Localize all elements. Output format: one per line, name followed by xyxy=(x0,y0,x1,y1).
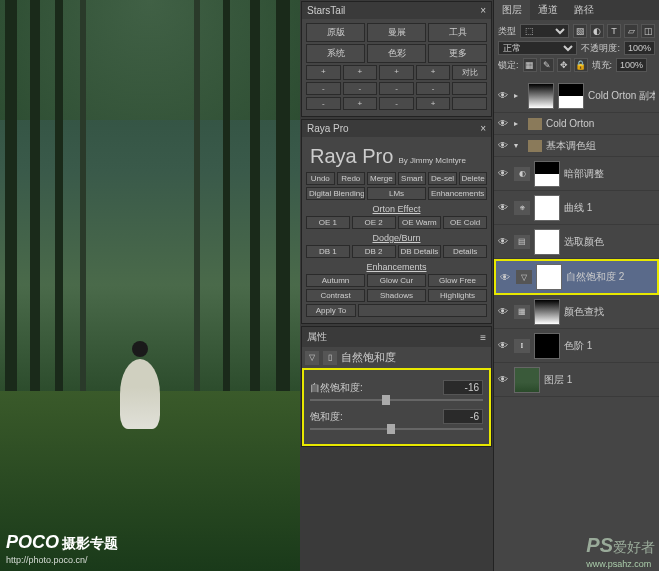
saturation-value[interactable]: -6 xyxy=(443,409,483,424)
st-btn[interactable]: 曼展 xyxy=(367,23,426,42)
smart-button[interactable]: Smart xyxy=(398,172,427,185)
layer-thumb[interactable] xyxy=(528,83,554,109)
visibility-icon[interactable]: 👁 xyxy=(498,340,510,351)
lock-transparent-icon[interactable]: ▦ xyxy=(523,58,537,72)
db1-button[interactable]: DB 1 xyxy=(306,245,350,258)
mask-icon: ▯ xyxy=(323,351,337,365)
colorlookup-icon: ▦ xyxy=(514,305,530,319)
visibility-icon[interactable]: 👁 xyxy=(500,272,512,283)
close-icon[interactable]: × xyxy=(480,5,486,16)
contrast-button[interactable]: Contrast xyxy=(306,289,365,302)
fill-value[interactable]: 100% xyxy=(616,58,647,72)
filter-adj-icon[interactable]: ◐ xyxy=(590,24,604,38)
panel-menu-icon[interactable]: ≡ xyxy=(480,332,486,343)
oecold-button[interactable]: OE Cold xyxy=(443,216,487,229)
visibility-icon[interactable]: 👁 xyxy=(498,202,510,213)
st-btn[interactable]: 工具 xyxy=(428,23,487,42)
watermark-poco: POCO 摄影专题 http://photo.poco.cn/ xyxy=(6,532,118,565)
highlights-button[interactable]: Highlights xyxy=(428,289,487,302)
starstail-title: StarsTail xyxy=(307,5,345,16)
st-btn[interactable]: 更多 xyxy=(428,44,487,63)
filter-kind-select[interactable]: ⬚ xyxy=(520,24,569,38)
layer-group[interactable]: 👁 ▸ Cold Orton xyxy=(494,113,659,135)
digital-blending-button[interactable]: Digital Blending xyxy=(306,187,365,200)
layer-row[interactable]: 👁 ◐ 暗部调整 xyxy=(494,157,659,191)
st-btn[interactable]: 原版 xyxy=(306,23,365,42)
visibility-icon[interactable]: 👁 xyxy=(498,374,510,385)
oe1-button[interactable]: OE 1 xyxy=(306,216,350,229)
lock-pixels-icon[interactable]: ✎ xyxy=(540,58,554,72)
visibility-icon[interactable]: 👁 xyxy=(498,306,510,317)
tab-layers[interactable]: 图层 xyxy=(494,0,530,20)
layer-row[interactable]: 👁 ⎈ 曲线 1 xyxy=(494,191,659,225)
opacity-value[interactable]: 100% xyxy=(624,41,655,55)
folder-icon xyxy=(528,140,542,152)
close-icon[interactable]: × xyxy=(480,123,486,134)
mask-thumb[interactable] xyxy=(534,229,560,255)
saturation-slider[interactable] xyxy=(310,428,483,430)
layer-thumb[interactable] xyxy=(514,367,540,393)
layer-row[interactable]: 👁 ▤ 选取颜色 xyxy=(494,225,659,259)
filter-pixel-icon[interactable]: ▧ xyxy=(573,24,587,38)
autumn-button[interactable]: Autumn xyxy=(306,274,365,287)
properties-panel: 属性 ≡ ▽ ▯ 自然饱和度 自然饱和度: -16 饱和度: -6 xyxy=(301,326,492,447)
db2-button[interactable]: DB 2 xyxy=(352,245,396,258)
st-btn[interactable]: 色彩 xyxy=(367,44,426,63)
canvas-image: POCO 摄影专题 http://photo.poco.cn/ xyxy=(0,0,300,571)
st-btn[interactable]: 系统 xyxy=(306,44,365,63)
vibrance-label: 自然饱和度: xyxy=(310,381,363,395)
folder-icon xyxy=(528,118,542,130)
vibrance-icon: ▽ xyxy=(516,270,532,284)
glowcur-button[interactable]: Glow Cur xyxy=(367,274,426,287)
redo-button[interactable]: Redo xyxy=(337,172,366,185)
layer-row[interactable]: 👁 ▸ Cold Orton 副本 xyxy=(494,79,659,113)
layer-group[interactable]: 👁 ▾ 基本调色组 xyxy=(494,135,659,157)
selcolor-icon: ▤ xyxy=(514,235,530,249)
oe2-button[interactable]: OE 2 xyxy=(352,216,396,229)
vibrance-slider[interactable] xyxy=(310,399,483,401)
glowfree-button[interactable]: Glow Free xyxy=(428,274,487,287)
applyto-button[interactable]: Apply To xyxy=(306,304,356,317)
merge-button[interactable]: Merge xyxy=(367,172,396,185)
undo-button[interactable]: Undo xyxy=(306,172,335,185)
visibility-icon[interactable]: 👁 xyxy=(498,140,510,151)
dbdetails-button[interactable]: DB Details xyxy=(398,245,442,258)
delete-button[interactable]: Delete xyxy=(459,172,488,185)
layers-panel: 图层 通道 路径 类型 ⬚ ▧ ◐ T ▱ ◫ 正常 不透明度: 100% xyxy=(493,0,659,571)
layer-row[interactable]: 👁 ⫿ 色阶 1 xyxy=(494,329,659,363)
lock-position-icon[interactable]: ✥ xyxy=(557,58,571,72)
layer-row[interactable]: 👁 ▦ 颜色查找 xyxy=(494,295,659,329)
mask-thumb[interactable] xyxy=(534,195,560,221)
lock-all-icon[interactable]: 🔒 xyxy=(574,58,588,72)
desel-button[interactable]: De-sel xyxy=(428,172,457,185)
lms-button[interactable]: LMs xyxy=(367,187,426,200)
oewarm-button[interactable]: OE Warm xyxy=(398,216,442,229)
details-button[interactable]: Details xyxy=(443,245,487,258)
blend-mode-select[interactable]: 正常 xyxy=(498,41,577,55)
tab-paths[interactable]: 路径 xyxy=(566,0,602,20)
properties-tab[interactable]: 属性 xyxy=(307,330,327,344)
tab-channels[interactable]: 通道 xyxy=(530,0,566,20)
rayapro-tab: Raya Pro xyxy=(307,123,349,134)
enh-label: Enhancements xyxy=(306,260,487,274)
layer-row[interactable]: 👁 图层 1 xyxy=(494,363,659,397)
visibility-icon[interactable]: 👁 xyxy=(498,90,510,101)
adj-icon: ◐ xyxy=(514,167,530,181)
mask-thumb[interactable] xyxy=(536,264,562,290)
vibrance-icon: ▽ xyxy=(305,351,319,365)
mask-thumb[interactable] xyxy=(534,161,560,187)
visibility-icon[interactable]: 👁 xyxy=(498,118,510,129)
vibrance-value[interactable]: -16 xyxy=(443,380,483,395)
visibility-icon[interactable]: 👁 xyxy=(498,236,510,247)
shadows-button[interactable]: Shadows xyxy=(367,289,426,302)
layer-row-selected[interactable]: 👁 ▽ 自然饱和度 2 xyxy=(494,259,659,295)
levels-icon: ⫿ xyxy=(514,339,530,353)
mask-thumb[interactable] xyxy=(534,299,560,325)
mask-thumb[interactable] xyxy=(534,333,560,359)
visibility-icon[interactable]: 👁 xyxy=(498,168,510,179)
enhancements-button[interactable]: Enhancements xyxy=(428,187,487,200)
mask-thumb[interactable] xyxy=(558,83,584,109)
filter-type-icon[interactable]: T xyxy=(607,24,621,38)
filter-shape-icon[interactable]: ▱ xyxy=(624,24,638,38)
filter-smart-icon[interactable]: ◫ xyxy=(641,24,655,38)
